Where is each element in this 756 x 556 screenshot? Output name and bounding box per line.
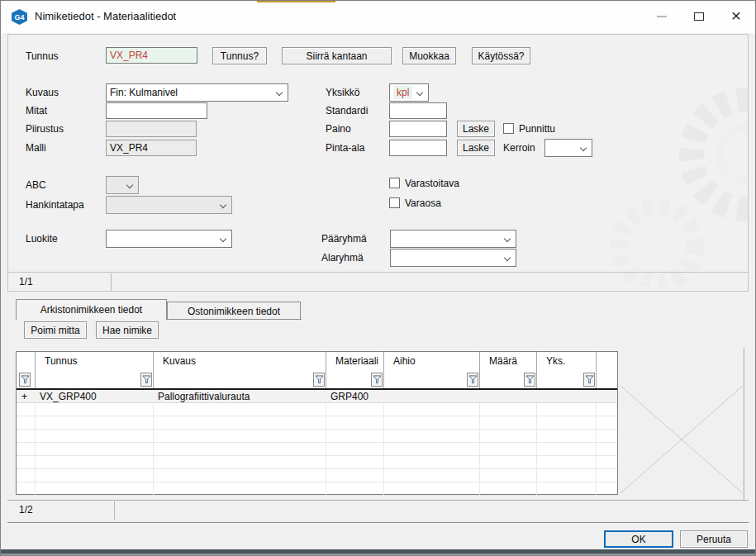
column-separator [536, 352, 537, 388]
kuvaus-value: Fin: Kulmanivel [110, 87, 178, 98]
filter-button[interactable] [524, 373, 535, 387]
luokite-combo[interactable] [106, 230, 232, 248]
app-g4-icon: G4 [11, 9, 28, 25]
nimiketiedot-dialog: G4 Nimiketiedot - Materiaalitiedot × Tun… [0, 0, 756, 556]
tunnus-question-button[interactable]: Tunnus? [212, 47, 267, 64]
tab-baseline [167, 319, 302, 320]
column-header-kuvaus[interactable]: Kuvaus [163, 355, 196, 367]
column-separator [383, 352, 384, 388]
paino-label: Paino [326, 123, 351, 135]
grid-pager: 1/2 [19, 504, 33, 516]
chevron-down-icon [580, 145, 587, 151]
chevron-down-icon [276, 89, 283, 96]
abc-label: ABC [26, 179, 46, 191]
tab-ostonimikkeen-tiedot[interactable]: Ostonimikkeen tiedot [167, 302, 301, 320]
close-icon: × [731, 7, 741, 24]
table-row-empty [17, 443, 617, 456]
material-form-panel [7, 34, 749, 292]
malli-label: Malli [26, 142, 46, 154]
luokite-label: Luokite [26, 233, 58, 245]
archive-items-grid: TunnusKuvausMateriaaliAihioMääräYks.+VX_… [16, 351, 618, 495]
muokkaa-button[interactable]: Muokkaa [402, 47, 456, 64]
kaytossa-button[interactable]: Käytössä? [472, 47, 530, 64]
pinta-ala-label: Pinta-ala [326, 142, 364, 154]
column-header-maara[interactable]: Määrä [489, 355, 517, 367]
poimi-mitta-button[interactable]: Poimi mitta [24, 321, 87, 339]
row-expand-toggle[interactable]: + [21, 391, 27, 402]
peruuta-button[interactable]: Peruuta [680, 530, 748, 548]
alaryhma-combo[interactable] [390, 249, 516, 267]
mitat-field[interactable] [106, 102, 207, 119]
laske-pinta-ala-button[interactable]: Laske [457, 140, 495, 156]
funnel-icon [21, 375, 30, 384]
column-header-yks[interactable]: Yks. [546, 355, 565, 367]
varastoitava-checkbox[interactable] [389, 178, 400, 188]
maximize-button[interactable] [681, 1, 717, 32]
column-separator [153, 352, 154, 388]
yksikko-value: kpl [393, 86, 412, 99]
abc-combo [106, 176, 139, 194]
malli-field: VX_PR4 [106, 140, 197, 156]
table-row-empty [17, 456, 617, 469]
column-header-aihio[interactable]: Aihio [393, 355, 416, 367]
window-title: Nimiketiedot - Materiaalitiedot [35, 10, 176, 22]
column-separator [35, 352, 36, 388]
minimize-icon [657, 16, 667, 17]
hankintatapa-label: Hankintatapa [26, 199, 84, 211]
cell-tunnus: VX_GRP400 [40, 391, 151, 402]
table-row-empty [17, 416, 617, 430]
standardi-field[interactable] [389, 102, 447, 119]
tunnus-label: Tunnus [26, 50, 59, 62]
form-status-separator [111, 273, 112, 291]
varastoitava-label: Varastoitava [405, 178, 459, 189]
ok-button[interactable]: OK [604, 530, 673, 548]
standardi-label: Standardi [326, 105, 368, 116]
filter-button[interactable] [371, 373, 383, 387]
tab-label: Ostonimikkeen tiedot [188, 306, 280, 317]
filter-button[interactable] [140, 373, 152, 387]
filter-button[interactable] [19, 373, 31, 387]
funnel-icon [468, 375, 478, 384]
filter-button[interactable] [583, 373, 595, 387]
chevron-down-icon [416, 89, 423, 96]
chevron-down-icon [126, 182, 133, 188]
varaosa-label: Varaosa [405, 197, 441, 209]
tunnus-field[interactable]: VX_PR4 [106, 47, 197, 64]
minimize-button[interactable] [644, 1, 680, 32]
filter-button[interactable] [313, 373, 325, 387]
kerroin-combo[interactable] [544, 139, 592, 157]
kerroin-label: Kerroin [503, 142, 535, 154]
funnel-icon [373, 375, 382, 384]
form-pager: 1/1 [19, 276, 33, 288]
filter-button[interactable] [467, 373, 478, 387]
tab-arkistonimikkeen-tiedot[interactable]: Arkistonimikkeen tiedot [16, 299, 167, 320]
paaryhma-label: Pääryhmä [321, 233, 367, 245]
title-bar: G4 Nimiketiedot - Materiaalitiedot × [1, 1, 755, 33]
piirustus-label: Piirustus [26, 123, 64, 135]
paaryhma-combo[interactable] [390, 230, 516, 248]
piirustus-field [106, 121, 197, 137]
laske-paino-button[interactable]: Laske [457, 121, 495, 137]
yksikko-combo[interactable]: kpl [389, 83, 429, 102]
chevron-down-icon [504, 254, 511, 261]
table-row[interactable]: +VX_GRP400PallografiittivalurautaGRP400 [17, 390, 617, 403]
punnittu-checkbox[interactable] [503, 123, 514, 134]
pinta-ala-field[interactable] [389, 140, 447, 156]
column-header-materiaali[interactable]: Materiaali [335, 355, 378, 367]
close-button[interactable]: × [718, 1, 754, 32]
mitat-label: Mitat [26, 105, 47, 116]
gear-watermark [607, 39, 748, 287]
column-separator [479, 352, 480, 388]
funnel-icon [525, 375, 535, 384]
paino-field[interactable] [389, 121, 447, 137]
column-header-tunnus[interactable]: Tunnus [45, 355, 78, 367]
varaosa-checkbox[interactable] [389, 197, 400, 208]
alaryhma-label: Alaryhmä [321, 252, 364, 264]
kuvaus-combo[interactable]: Fin: Kulmanivel [106, 83, 288, 102]
hae-nimike-button[interactable]: Hae nimike [96, 321, 159, 339]
hankintatapa-combo [106, 196, 232, 214]
siirra-kantaan-button[interactable]: Siirrä kantaan [282, 47, 392, 64]
yksikko-label: Yksikkö [326, 87, 359, 98]
punnittu-label: Punnittu [519, 123, 555, 135]
cell-kuvaus: Pallografiittivalurauta [158, 391, 324, 402]
